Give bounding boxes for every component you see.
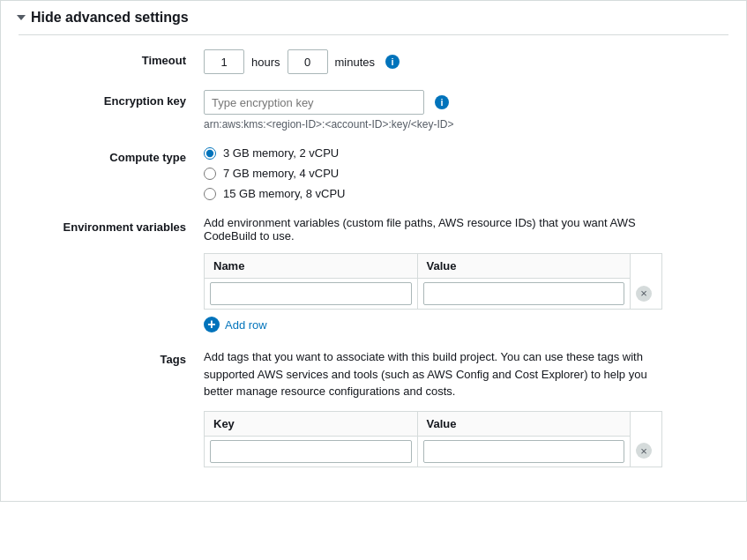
env-table-row: × — [205, 279, 662, 310]
encryption-hint: arn:aws:kms:<region-ID>:<account-ID>:key… — [204, 118, 728, 131]
tags-value-input[interactable] — [423, 440, 625, 463]
tags-key-input[interactable] — [210, 440, 412, 463]
encryption-input-row: i — [204, 90, 728, 115]
timeout-info-icon[interactable]: i — [385, 55, 400, 69]
compute-type-row: Compute type 3 GB memory, 2 vCPU 7 GB me… — [19, 146, 728, 200]
env-name-input[interactable] — [210, 282, 412, 305]
env-variables-label: Environment variables — [19, 216, 204, 234]
encryption-info-icon[interactable]: i — [435, 95, 449, 109]
tags-table-row: × — [205, 436, 662, 467]
advanced-settings-header[interactable]: Hide advanced settings — [19, 10, 728, 35]
tags-row: Tags Add tags that you want to associate… — [19, 348, 728, 467]
env-name-header: Name — [205, 254, 418, 279]
collapse-icon — [17, 15, 26, 20]
env-action-header — [631, 254, 662, 279]
compute-label-3gb: 3 GB memory, 2 vCPU — [223, 146, 339, 160]
add-row-plus-icon: + — [204, 317, 220, 332]
env-value-input[interactable] — [423, 282, 625, 305]
add-row-label: Add row — [225, 318, 267, 332]
compute-radio-7gb[interactable] — [204, 168, 216, 180]
encryption-label: Encryption key — [19, 90, 204, 108]
env-name-cell — [205, 279, 418, 310]
compute-radio-3gb[interactable] — [204, 147, 216, 160]
tags-delete-cell: × — [631, 436, 662, 467]
compute-label-15gb: 15 GB memory, 8 vCPU — [223, 187, 345, 200]
encryption-row: Encryption key i arn:aws:kms:<region-ID>… — [19, 90, 728, 131]
encryption-content: i arn:aws:kms:<region-ID>:<account-ID>:k… — [204, 90, 728, 131]
timeout-label: Timeout — [19, 49, 204, 67]
env-description: Add environment variables (custom file p… — [204, 216, 662, 243]
add-row-button[interactable]: + Add row — [204, 317, 267, 332]
compute-type-label: Compute type — [19, 146, 204, 164]
timeout-row: Timeout hours minutes i — [19, 49, 728, 74]
minutes-label: minutes — [335, 56, 376, 69]
tags-action-header — [631, 411, 662, 436]
hours-label: hours — [251, 56, 280, 69]
timeout-minutes-input[interactable] — [288, 49, 328, 74]
env-value-cell — [417, 279, 631, 310]
env-delete-icon[interactable]: × — [636, 286, 652, 302]
compute-type-options: 3 GB memory, 2 vCPU 7 GB memory, 4 vCPU … — [204, 146, 728, 200]
timeout-hours-input[interactable] — [204, 49, 244, 74]
tags-value-header: Value — [417, 411, 631, 436]
env-variables-content: Add environment variables (custom file p… — [204, 216, 728, 332]
env-value-header: Value — [417, 254, 631, 279]
encryption-key-input[interactable] — [204, 90, 424, 115]
env-variables-row: Environment variables Add environment va… — [19, 216, 728, 332]
tags-description: Add tags that you want to associate with… — [204, 348, 662, 400]
section-title: Hide advanced settings — [31, 10, 189, 26]
tags-key-header: Key — [205, 411, 418, 436]
timeout-content: hours minutes i — [204, 49, 728, 74]
env-table: Name Value × — [204, 253, 662, 310]
compute-radio-15gb[interactable] — [204, 188, 216, 200]
compute-option-7gb[interactable]: 7 GB memory, 4 vCPU — [204, 167, 728, 180]
tags-key-cell — [205, 436, 418, 467]
tags-content: Add tags that you want to associate with… — [204, 348, 728, 467]
timeout-inputs: hours minutes i — [204, 49, 728, 74]
tags-table: Key Value × — [204, 411, 662, 467]
compute-type-content: 3 GB memory, 2 vCPU 7 GB memory, 4 vCPU … — [204, 146, 728, 200]
env-delete-cell: × — [631, 279, 662, 310]
tags-label: Tags — [19, 348, 204, 366]
compute-option-15gb[interactable]: 15 GB memory, 8 vCPU — [204, 187, 728, 200]
tags-delete-icon[interactable]: × — [636, 443, 652, 459]
tags-value-cell — [417, 436, 631, 467]
compute-option-3gb[interactable]: 3 GB memory, 2 vCPU — [204, 146, 728, 160]
compute-label-7gb: 7 GB memory, 4 vCPU — [223, 167, 339, 180]
